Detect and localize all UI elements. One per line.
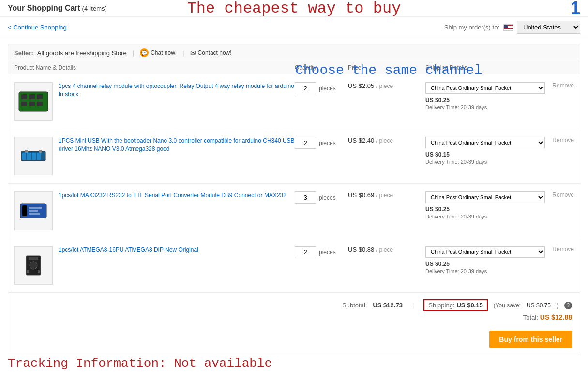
col-remove — [545, 64, 574, 71]
product-info: 1PCS Mini USB With the bootloader Nano 3… — [14, 137, 295, 175]
product-name[interactable]: 1pcs/lot MAX3232 RS232 to TTL Serial Por… — [59, 191, 286, 200]
product-name[interactable]: 1PCS Mini USB With the bootloader Nano 3… — [59, 137, 295, 153]
quantity-input[interactable] — [295, 137, 316, 149]
column-headers: Product Name & Details Quantity Price Sh… — [8, 61, 580, 74]
product-image — [14, 137, 53, 175]
product-info: 1pcs/lot MAX3232 RS232 to TTL Serial Por… — [14, 191, 295, 230]
ship-label: Ship my order(s) to: — [444, 24, 499, 31]
svg-rect-15 — [22, 205, 27, 216]
price-per: / piece — [376, 192, 393, 199]
product-name[interactable]: 1pcs 4 channel relay module with optocou… — [59, 82, 295, 99]
shipping-cost: US $0.25 — [425, 97, 545, 103]
hero-text: The cheapest way to buy — [187, 0, 401, 17]
continue-shopping-link[interactable]: Continue Shopping — [8, 24, 67, 31]
table-row: 1PCS Mini USB With the bootloader Nano 3… — [8, 129, 580, 184]
table-row: 1pcs/lot ATMEGA8-16PU ATMEGA8 DIP New Or… — [8, 238, 580, 293]
svg-rect-1 — [21, 94, 27, 99]
quantity-input[interactable] — [295, 82, 316, 94]
pieces-label: pieces — [319, 249, 336, 256]
info-icon[interactable]: ? — [564, 302, 572, 309]
ship-to: Ship my order(s) to: United States China… — [444, 21, 580, 34]
pieces-label: pieces — [319, 140, 336, 146]
email-icon: ✉ — [190, 49, 196, 57]
product-name[interactable]: 1pcs/lot ATMEGA8-16PU ATMEGA8 DIP New Or… — [59, 246, 198, 254]
shipping-total-value: US $0.15 — [456, 302, 482, 309]
subtotal-label: Subtotal: — [342, 302, 367, 309]
shipping-col: China Post Ordinary Small Packet US $0.2… — [425, 191, 545, 219]
total-label: Total: — [523, 314, 538, 321]
svg-rect-2 — [29, 94, 35, 99]
shipping-cost: US $0.15 — [425, 151, 545, 158]
seller-label: Seller: — [14, 49, 33, 57]
savings-close: ) — [557, 302, 558, 309]
subtotal-value: US $12.73 — [373, 302, 402, 309]
product-info: 1pcs/lot ATMEGA8-16PU ATMEGA8 DIP New Or… — [14, 246, 295, 285]
delivery-time: Delivery Time: 20-39 days — [425, 268, 545, 274]
tracking-section: Tracking Information: Not available — [0, 352, 588, 375]
svg-rect-11 — [37, 153, 41, 160]
product-image — [14, 191, 53, 230]
delivery-time: Delivery Time: 20-39 days — [425, 214, 545, 219]
col-shipping: Shipping Details — [425, 64, 545, 71]
remove-button[interactable]: Remove — [545, 191, 574, 198]
pieces-label: pieces — [319, 85, 336, 92]
quantity-input[interactable] — [295, 246, 316, 258]
product-details: 1PCS Mini USB With the bootloader Nano 3… — [59, 137, 295, 153]
svg-rect-12 — [25, 150, 28, 153]
product-info: 1pcs 4 channel relay module with optocou… — [14, 82, 295, 121]
seller-header: Seller: All goods are freeshipping Store… — [8, 44, 580, 61]
top-bar: Your Shopping Cart (4 Items) The cheapes… — [0, 0, 588, 17]
chat-icon: 💬 — [140, 48, 149, 57]
corner-number: 1 — [571, 0, 580, 18]
svg-rect-16 — [29, 207, 42, 209]
svg-rect-4 — [21, 102, 27, 106]
buy-section: Buy from this seller — [8, 327, 580, 352]
shipping-select[interactable]: China Post Ordinary Small Packet — [425, 137, 545, 148]
chat-button[interactable]: 💬 Chat now! — [140, 48, 177, 57]
country-select[interactable]: United States China United Kingdom Austr… — [517, 21, 580, 34]
shipping-col: China Post Ordinary Small Packet US $0.2… — [425, 82, 545, 110]
shipping-select[interactable]: China Post Ordinary Small Packet — [425, 82, 545, 94]
delivery-time: Delivery Time: 20-39 days — [425, 159, 545, 165]
remove-button[interactable]: Remove — [545, 82, 574, 89]
shipping-cost: US $0.25 — [425, 206, 545, 213]
total-line: Total: US $12.88 — [16, 313, 572, 321]
shipping-total-box: Shipping: US $0.15 — [423, 299, 487, 311]
seller-name: All goods are freeshipping Store — [37, 49, 127, 57]
quantity-input[interactable] — [295, 191, 316, 204]
svg-rect-9 — [27, 153, 31, 160]
subtotal-line: Subtotal: US $12.73 | Shipping: US $0.15… — [16, 299, 572, 311]
shipping-cost: US $0.25 — [425, 261, 545, 267]
quantity-col: pieces — [295, 246, 348, 258]
svg-rect-6 — [37, 102, 43, 106]
chat-label: Chat now! — [151, 49, 177, 56]
buy-button[interactable]: Buy from this seller — [489, 331, 572, 348]
price-value: US $0.69 — [348, 191, 374, 199]
svg-rect-23 — [38, 270, 40, 273]
seller-section: Seller: All goods are freeshipping Store… — [8, 44, 580, 352]
price-per: / piece — [376, 83, 393, 89]
shipping-total-label: Shipping: — [428, 302, 454, 309]
svg-rect-5 — [29, 102, 35, 106]
nav-bar: Continue Shopping Ship my order(s) to: U… — [0, 17, 588, 38]
contact-button[interactable]: ✉ Contact now! — [190, 49, 232, 57]
shipping-select[interactable]: China Post Ordinary Small Packet — [425, 191, 545, 203]
contact-label: Contact now! — [198, 49, 232, 56]
col-product: Product Name & Details — [14, 64, 295, 71]
product-details: 1pcs/lot MAX3232 RS232 to TTL Serial Por… — [59, 191, 286, 200]
shipping-select[interactable]: China Post Ordinary Small Packet — [425, 246, 545, 258]
product-details: 1pcs/lot ATMEGA8-16PU ATMEGA8 DIP New Or… — [59, 246, 198, 254]
price-per: / piece — [376, 137, 393, 144]
svg-rect-13 — [39, 150, 42, 153]
quantity-col: pieces — [295, 191, 348, 204]
svg-rect-8 — [22, 153, 26, 160]
pieces-label: pieces — [319, 194, 336, 201]
svg-rect-17 — [29, 210, 38, 212]
svg-rect-18 — [29, 213, 40, 215]
remove-button[interactable]: Remove — [545, 137, 574, 144]
cart-items-container: 1pcs 4 channel relay module with optocou… — [8, 74, 580, 293]
product-image — [14, 246, 53, 285]
tracking-text: Tracking Information: Not available — [8, 356, 580, 371]
remove-button[interactable]: Remove — [545, 246, 574, 253]
svg-rect-20 — [29, 257, 38, 260]
